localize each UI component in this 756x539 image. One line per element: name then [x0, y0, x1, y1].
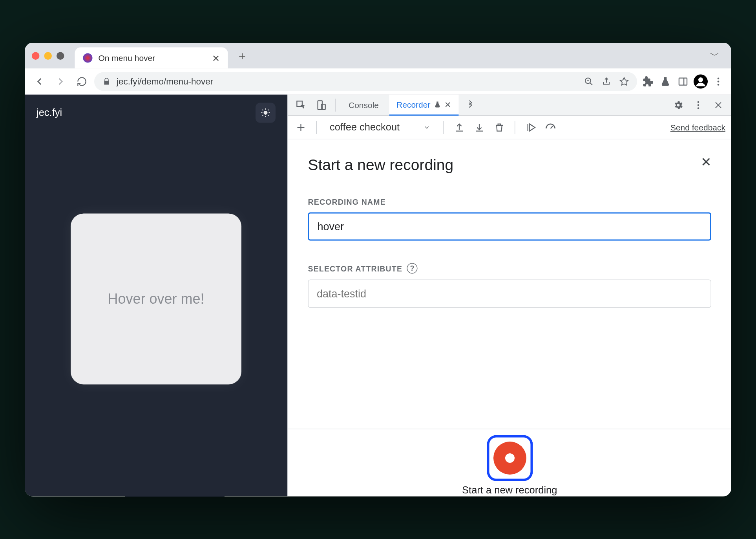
tab-title: On menu hover — [99, 53, 206, 63]
address-bar[interactable]: jec.fyi/demo/menu-hover — [94, 72, 637, 91]
recorder-heading: Start a new recording — [308, 156, 712, 174]
start-recording-label: Start a new recording — [462, 485, 557, 497]
svg-point-6 — [718, 83, 719, 85]
recorder-toolbar: coffee checkout — [288, 116, 732, 139]
window-close-button[interactable] — [32, 52, 40, 60]
devtools-menu-icon[interactable] — [690, 97, 707, 113]
share-icon[interactable] — [602, 77, 611, 86]
reload-button[interactable] — [73, 72, 91, 90]
start-recording-button[interactable] — [487, 435, 533, 481]
svg-point-4 — [718, 77, 719, 79]
recording-name-input[interactable] — [308, 213, 712, 241]
help-icon[interactable]: ? — [407, 263, 418, 274]
svg-rect-1 — [679, 78, 687, 85]
favicon-icon — [83, 53, 93, 63]
content-row: jec.fyi Hover over me! Console — [25, 95, 731, 497]
recording-name-label: RECORDING NAME — [308, 198, 712, 207]
settings-icon[interactable] — [670, 97, 687, 113]
new-tab-button[interactable]: ＋ — [234, 48, 250, 64]
hover-card[interactable]: Hover over me! — [71, 214, 241, 385]
svg-point-13 — [698, 107, 699, 109]
svg-point-12 — [698, 104, 699, 106]
devtools-panel: Console Recorder ✕ — [287, 95, 731, 497]
window-minimize-button[interactable] — [44, 52, 52, 60]
tab-overflow-button[interactable]: ﹀ — [705, 47, 724, 64]
new-recording-button[interactable] — [294, 120, 308, 134]
browser-window: On menu hover ✕ ＋ ﹀ jec.fyi/demo/menu-ho… — [25, 43, 731, 497]
tab-console[interactable]: Console — [341, 95, 386, 116]
selector-attribute-label: SELECTOR ATTRIBUTE ? — [308, 263, 712, 274]
recording-select[interactable]: coffee checkout — [325, 119, 435, 136]
kebab-menu-icon[interactable] — [711, 74, 725, 88]
title-bar: On menu hover ✕ ＋ ﹀ — [25, 43, 731, 69]
theme-toggle-button[interactable] — [256, 103, 276, 123]
forward-button[interactable] — [52, 72, 69, 90]
close-tab-icon[interactable]: ✕ — [444, 99, 451, 109]
replay-icon[interactable] — [523, 120, 537, 134]
performance-icon[interactable] — [543, 120, 557, 134]
recorder-footer: Start a new recording — [288, 429, 732, 497]
device-toggle-icon[interactable] — [313, 97, 329, 113]
address-toolbar: jec.fyi/demo/menu-hover — [25, 69, 731, 95]
site-title: jec.fyi — [37, 107, 62, 119]
close-devtools-icon[interactable] — [710, 97, 727, 113]
profile-avatar[interactable] — [694, 74, 708, 88]
side-panel-icon[interactable] — [676, 74, 690, 88]
svg-point-3 — [698, 77, 703, 82]
extensions-icon[interactable] — [641, 74, 655, 88]
hover-card-text: Hover over me! — [108, 291, 204, 307]
more-tabs-icon[interactable] — [462, 97, 478, 113]
export-icon[interactable] — [452, 120, 466, 134]
close-form-button[interactable]: ✕ — [701, 155, 711, 170]
inspect-element-icon[interactable] — [293, 97, 309, 113]
zoom-out-icon[interactable] — [584, 77, 593, 86]
svg-point-11 — [698, 101, 699, 103]
traffic-lights — [32, 52, 64, 60]
import-icon[interactable] — [472, 120, 486, 134]
delete-icon[interactable] — [492, 120, 506, 134]
tab-recorder[interactable]: Recorder ✕ — [389, 95, 458, 116]
labs-icon[interactable] — [658, 74, 672, 88]
window-maximize-button[interactable] — [57, 52, 64, 60]
send-feedback-link[interactable]: Send feedback — [670, 123, 725, 132]
page-pane: jec.fyi Hover over me! — [25, 95, 287, 497]
chevron-down-icon — [423, 124, 430, 131]
devtools-tab-bar: Console Recorder ✕ — [288, 95, 732, 116]
record-icon — [493, 442, 526, 475]
svg-point-5 — [718, 81, 719, 82]
labs-badge-icon — [434, 101, 441, 108]
svg-point-7 — [264, 111, 268, 115]
recorder-body: Start a new recording ✕ RECORDING NAME S… — [288, 139, 732, 429]
selector-attribute-input[interactable] — [308, 280, 712, 308]
close-tab-button[interactable]: ✕ — [212, 52, 220, 64]
bookmark-icon[interactable] — [619, 77, 629, 86]
browser-tab[interactable]: On menu hover ✕ — [75, 48, 228, 69]
lock-icon — [102, 77, 111, 85]
back-button[interactable] — [31, 72, 48, 90]
url-text: jec.fyi/demo/menu-hover — [117, 76, 213, 86]
